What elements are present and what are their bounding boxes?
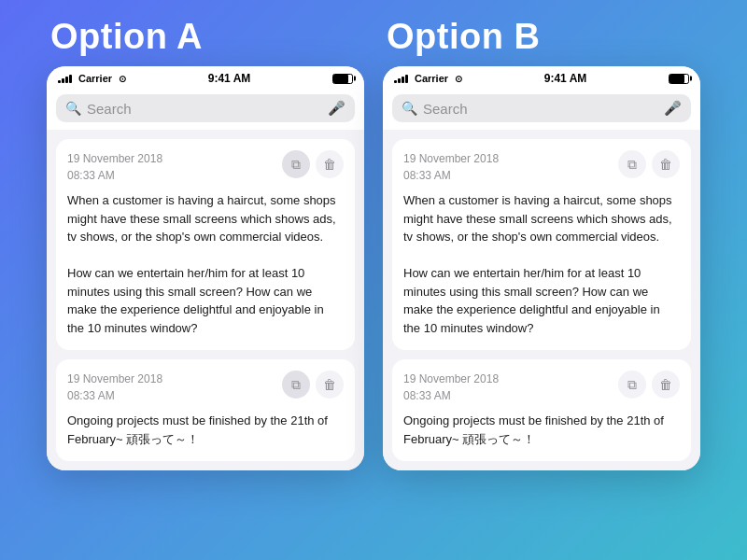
card-a-2-delete-button[interactable]: 🗑 (316, 371, 344, 399)
carrier-label: Carrier (415, 73, 448, 84)
search-icon: 🔍 (402, 101, 417, 116)
status-time: 9:41 AM (544, 72, 587, 85)
search-placeholder: Search (87, 101, 322, 117)
option-b-search-bar[interactable]: 🔍 Search 🎤 (392, 94, 691, 122)
card-a-2-header: 19 November 201808:33 AM⧉🗑 (67, 371, 344, 404)
card-a-1-copy-button[interactable]: ⧉ (282, 150, 310, 178)
signal-bars (58, 74, 72, 83)
option-col-option-b: Option B Carrier ⊙ 9:41 AM 🔍 Search 🎤 19… (383, 0, 700, 470)
option-a-search-bar[interactable]: 🔍 Search 🎤 (56, 94, 355, 122)
card-b-2-text: Ongoing projects must be finished by the… (403, 412, 680, 448)
option-b-title: Option B (383, 17, 540, 57)
card-a-2-text: Ongoing projects must be finished by the… (67, 412, 344, 448)
status-right (669, 74, 689, 84)
option-a-status-bar: Carrier ⊙ 9:41 AM (47, 66, 364, 89)
option-a-search-wrap: 🔍 Search 🎤 (47, 89, 364, 130)
card-b-1-copy-button[interactable]: ⧉ (618, 150, 646, 178)
status-time: 9:41 AM (208, 72, 251, 85)
status-left: Carrier ⊙ (394, 73, 462, 84)
card-b-1-actions: ⧉🗑 (618, 150, 680, 178)
card-a-2-date: 19 November 201808:33 AM (67, 371, 162, 404)
card-b-1-text: When a customer is having a haircut, som… (403, 191, 680, 337)
carrier-label: Carrier (78, 73, 112, 84)
card-b-2-date: 19 November 201808:33 AM (403, 371, 499, 404)
card-a-2-actions: ⧉🗑 (282, 371, 344, 399)
battery-icon (669, 74, 689, 84)
option-b-search-wrap: 🔍 Search 🎤 (383, 89, 700, 130)
signal-bars (394, 74, 408, 83)
card-a-1: 19 November 201808:33 AM⧉🗑When a custome… (56, 139, 355, 350)
card-a-1-header: 19 November 201808:33 AM⧉🗑 (67, 150, 344, 184)
card-a-1-date: 19 November 201808:33 AM (67, 150, 162, 184)
option-b-phone-frame: Carrier ⊙ 9:41 AM 🔍 Search 🎤 19 November… (383, 66, 700, 470)
status-left: Carrier ⊙ (58, 73, 126, 84)
search-placeholder: Search (423, 101, 658, 117)
card-a-1-delete-button[interactable]: 🗑 (316, 150, 344, 178)
card-b-2: 19 November 201808:33 AM⧉🗑Ongoing projec… (392, 359, 691, 461)
card-a-2: 19 November 201808:33 AM⧉🗑Ongoing projec… (56, 359, 355, 461)
card-b-1-date: 19 November 201808:33 AM (403, 150, 499, 184)
card-b-2-header: 19 November 201808:33 AM⧉🗑 (403, 371, 680, 404)
battery-icon (332, 74, 353, 84)
option-col-option-a: Option A Carrier ⊙ 9:41 AM 🔍 Search 🎤 19… (47, 0, 364, 470)
mic-icon: 🎤 (328, 100, 345, 117)
card-b-1-delete-button[interactable]: 🗑 (652, 150, 680, 178)
card-b-2-copy-button[interactable]: ⧉ (618, 371, 646, 399)
card-a-1-actions: ⧉🗑 (282, 150, 344, 178)
option-b-content-area: 19 November 201808:33 AM⧉🗑When a custome… (383, 130, 700, 470)
mic-icon: 🎤 (664, 100, 682, 117)
card-a-1-text: When a customer is having a haircut, som… (67, 191, 344, 337)
status-right (332, 74, 353, 84)
card-b-2-delete-button[interactable]: 🗑 (652, 371, 680, 399)
option-a-title: Option A (47, 17, 203, 57)
option-a-phone-frame: Carrier ⊙ 9:41 AM 🔍 Search 🎤 19 November… (47, 66, 364, 470)
card-a-2-copy-button[interactable]: ⧉ (282, 371, 310, 399)
option-a-content-area: 19 November 201808:33 AM⧉🗑When a custome… (47, 130, 364, 470)
card-b-1: 19 November 201808:33 AM⧉🗑When a custome… (392, 139, 691, 350)
card-b-2-actions: ⧉🗑 (618, 371, 680, 399)
options-row: Option A Carrier ⊙ 9:41 AM 🔍 Search 🎤 19… (0, 0, 747, 470)
wifi-icon: ⊙ (455, 74, 462, 84)
wifi-icon: ⊙ (119, 74, 126, 84)
card-b-1-header: 19 November 201808:33 AM⧉🗑 (403, 150, 680, 184)
option-b-status-bar: Carrier ⊙ 9:41 AM (383, 66, 700, 89)
search-icon: 🔍 (65, 101, 81, 116)
